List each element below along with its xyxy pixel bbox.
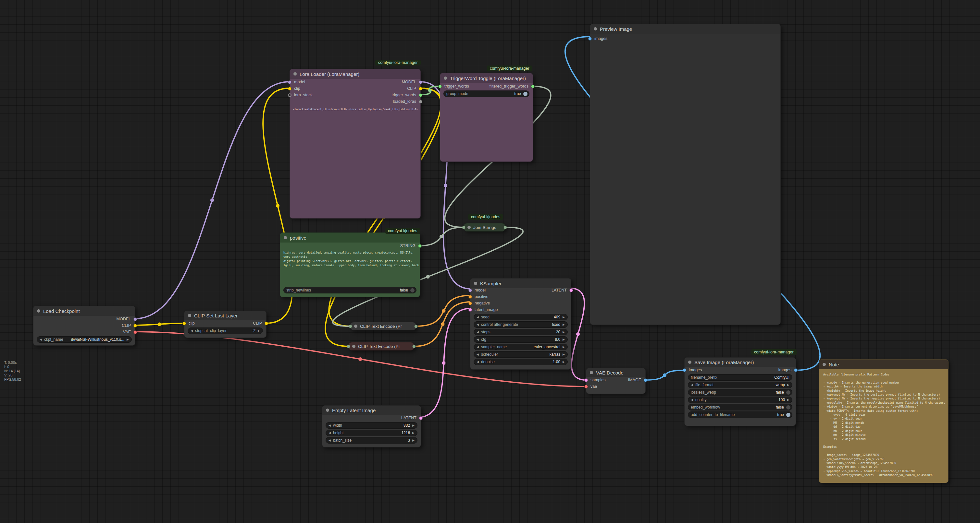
link-midpoint-dot[interactable] — [576, 332, 580, 336]
link-midpoint-dot[interactable] — [426, 275, 430, 279]
collapse-dot-icon[interactable] — [326, 409, 329, 412]
strip-newlines-toggle[interactable]: strip_newlines false — [283, 287, 417, 293]
filename-prefix-widget[interactable]: filename_prefixComfyUI — [688, 374, 792, 381]
node-empty-latent-image[interactable]: Empty Latent Image LATENT ◀width832▶ ◀he… — [322, 405, 421, 447]
increment-arrow-icon[interactable]: ▶ — [258, 330, 260, 332]
increment-arrow-icon[interactable]: ▶ — [563, 331, 565, 334]
increment-arrow-icon[interactable]: ▶ — [563, 353, 565, 356]
collapse-dot-icon[interactable] — [37, 309, 40, 312]
collapse-dot-icon[interactable] — [468, 226, 471, 229]
increment-arrow-icon[interactable]: ▶ — [563, 316, 565, 319]
decrement-arrow-icon[interactable]: ◀ — [691, 384, 693, 387]
node-vae-decode[interactable]: VAE Decode samples IMAGE vae — [586, 368, 646, 394]
node-positive-prompt[interactable]: positive STRING highres, very detailed, … — [280, 233, 420, 297]
stop-at-clip-layer-widget[interactable]: ◀ stop_at_clip_layer -2 ▶ — [188, 328, 263, 334]
input-port-images[interactable]: images — [590, 36, 607, 41]
port-dot[interactable] — [414, 325, 418, 328]
increment-arrow-icon[interactable]: ▶ — [787, 384, 789, 387]
port-dot[interactable] — [584, 385, 588, 388]
node-preview-image[interactable]: Preview Image images — [590, 24, 781, 325]
port-dot[interactable] — [438, 85, 442, 88]
link-midpoint-dot[interactable] — [444, 184, 447, 187]
node-titlebar[interactable]: Save Image (LoraManager) — [685, 358, 795, 367]
output-port-trigger-words[interactable]: trigger_words — [391, 93, 420, 97]
input-port-trigger-words[interactable]: trigger_words — [440, 84, 469, 89]
input-port-model[interactable]: model — [290, 80, 305, 84]
port-dot[interactable] — [570, 288, 573, 292]
link-midpoint-dot[interactable] — [663, 374, 667, 377]
node-clip-set-last-layer[interactable]: CLIP Set Last Layer clip CLIP ◀ stop_at_… — [184, 311, 267, 338]
output-port-latent[interactable]: LATENT — [401, 416, 421, 420]
port-dot[interactable] — [468, 295, 472, 299]
width-widget[interactable]: ◀width832▶ — [326, 422, 417, 429]
node-titlebar[interactable]: Empty Latent Image — [322, 406, 421, 415]
decrement-arrow-icon[interactable]: ◀ — [477, 316, 479, 319]
input-port-latent-image[interactable]: latent_image — [470, 307, 498, 312]
output-port-clip[interactable]: CLIP — [122, 323, 135, 328]
increment-arrow-icon[interactable]: ▶ — [563, 323, 565, 326]
port-dot[interactable] — [288, 81, 291, 84]
collapse-dot-icon[interactable] — [444, 76, 447, 80]
node-titlebar[interactable]: Note — [819, 360, 948, 369]
decrement-arrow-icon[interactable]: ◀ — [477, 331, 479, 334]
port-dot[interactable] — [264, 322, 268, 325]
port-dot[interactable] — [419, 416, 423, 420]
output-port-clip[interactable]: CLIP — [407, 86, 420, 91]
control-after-generate-widget[interactable]: ◀control after generatefixed▶ — [474, 321, 568, 328]
steps-widget[interactable]: ◀steps20▶ — [474, 329, 568, 335]
link-midpoint-dot[interactable] — [276, 204, 280, 208]
decrement-arrow-icon[interactable]: ◀ — [40, 338, 42, 341]
port-dot[interactable] — [134, 317, 137, 321]
increment-arrow-icon[interactable]: ▶ — [412, 431, 415, 434]
decrement-arrow-icon[interactable]: ◀ — [329, 439, 331, 442]
collapse-dot-icon[interactable] — [590, 371, 593, 374]
ckpt-name-widget[interactable]: ◀ ckpt_name il\waiNSFWIllustrious_v110.s… — [37, 336, 132, 343]
decrement-arrow-icon[interactable]: ◀ — [691, 398, 693, 401]
decrement-arrow-icon[interactable]: ◀ — [477, 353, 479, 356]
collapse-dot-icon[interactable] — [688, 361, 691, 364]
file-format-widget[interactable]: ◀file_formatwebp▶ — [688, 382, 792, 388]
decrement-arrow-icon[interactable]: ◀ — [191, 330, 193, 332]
port-dot[interactable] — [183, 322, 186, 325]
note-textarea[interactable]: Available filename_prefix Pattern Codes … — [823, 372, 946, 480]
input-port-negative[interactable]: negative — [470, 301, 490, 306]
port-dot[interactable] — [468, 288, 472, 292]
input-port-images[interactable]: images — [685, 368, 702, 372]
add-counter-toggle[interactable]: add_counter_to_filenametrue — [688, 412, 792, 418]
cfg-widget[interactable]: ◀cfg8.0▶ — [474, 336, 568, 343]
output-port-loaded-loras[interactable]: loaded_loras — [393, 99, 420, 104]
output-port-model[interactable]: MODEL — [402, 80, 420, 84]
collapse-dot-icon[interactable] — [293, 72, 297, 76]
collapse-dot-icon[interactable] — [474, 282, 477, 285]
node-clip-text-encode-negative[interactable]: CLIP Text Encode (Pr — [348, 342, 415, 350]
node-titlebar[interactable]: Lora Loader (LoraManager) — [290, 69, 420, 79]
collapse-dot-icon[interactable] — [822, 363, 826, 366]
port-dot[interactable] — [419, 87, 422, 90]
output-port-filtered-trigger-words[interactable]: filtered_trigger_words — [490, 84, 533, 89]
link-midpoint-dot[interactable] — [359, 357, 362, 361]
node-titlebar[interactable]: Preview Image — [590, 24, 780, 34]
port-dot[interactable] — [682, 368, 686, 372]
height-widget[interactable]: ◀height1216▶ — [326, 429, 417, 436]
port-dot[interactable] — [412, 345, 416, 348]
port-dot[interactable] — [134, 324, 137, 328]
node-save-image[interactable]: Save Image (LoraManager) images images f… — [684, 357, 796, 426]
node-titlebar[interactable]: CLIP Set Last Layer — [185, 311, 266, 320]
port-dot[interactable] — [794, 368, 797, 372]
output-port-images[interactable]: images — [778, 368, 795, 372]
port-dot[interactable] — [462, 226, 466, 229]
output-port-vae[interactable]: VAE — [123, 330, 135, 334]
link-midpoint-dot[interactable] — [439, 235, 443, 238]
port-dot[interactable] — [531, 85, 535, 88]
port-dot[interactable] — [503, 226, 507, 229]
toggle-knob[interactable] — [786, 390, 791, 395]
collapse-dot-icon[interactable] — [284, 236, 287, 239]
increment-arrow-icon[interactable]: ▶ — [563, 361, 565, 363]
output-port-string[interactable]: STRING — [400, 244, 420, 248]
input-port-samples[interactable]: samples — [586, 378, 606, 382]
sampler-name-widget[interactable]: ◀sampler_nameeuler_ancestral▶ — [474, 344, 568, 350]
collapse-dot-icon[interactable] — [594, 27, 597, 30]
node-ksampler[interactable]: KSampler model LATENT positive negative … — [470, 278, 571, 369]
port-dot[interactable] — [419, 100, 422, 103]
increment-arrow-icon[interactable]: ▶ — [412, 439, 415, 442]
